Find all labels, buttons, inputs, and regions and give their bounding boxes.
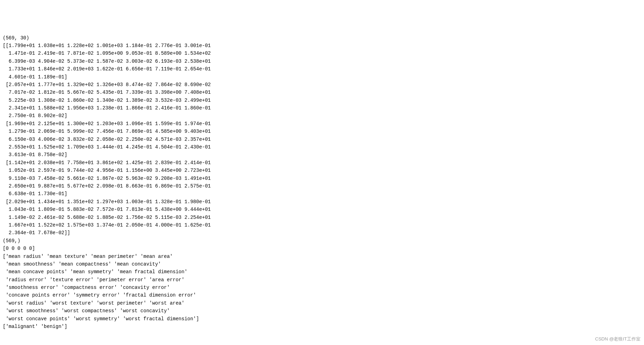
output-line: 2.750e-01 8.902e-02] [3,112,641,120]
output-line: (569, 30) [3,34,641,42]
output-line: 'worst radius' 'worst texture' 'worst pe… [3,299,641,307]
code-output: (569, 30)[[1.799e+01 1.038e+01 1.228e+02… [3,34,641,331]
output-line: 'mean concave points' 'mean symmetry' 'm… [3,268,641,276]
output-line: 1.149e-02 2.461e-02 5.688e-02 1.885e-02 … [3,214,641,221]
output-line: 'worst concave points' 'worst symmetry' … [3,315,641,323]
output-line: 7.017e-02 1.812e-01 5.667e-02 5.435e-01 … [3,89,641,96]
output-line: ['mean radius' 'mean texture' 'mean peri… [3,253,641,260]
output-line: 'worst smoothness' 'worst compactness' '… [3,307,641,315]
output-line: 6.150e-03 4.006e-02 3.832e-02 2.058e-02 … [3,136,641,143]
output-line: 'mean smoothness' 'mean compactness' 'me… [3,260,641,268]
output-line: 'smoothness error' 'compactness error' '… [3,284,641,291]
output-line: 'concave points error' 'symmetry error' … [3,291,641,299]
output-line: [1.142e+01 2.038e+01 7.758e+01 3.861e+02… [3,159,641,167]
output-line: 2.553e+01 1.525e+02 1.709e+03 1.444e-01 … [3,143,641,151]
output-line: ['malignant' 'benign'] [3,323,641,330]
output-line: 1.052e-01 2.597e-01 9.744e-02 4.956e-01 … [3,167,641,174]
output-line: [1.969e+01 2.125e+01 1.300e+02 1.203e+03… [3,120,641,128]
output-line: 6.399e-03 4.904e-02 5.373e-02 1.587e-02 … [3,58,641,65]
output-line: 'radius error' 'texture error' 'perimete… [3,276,641,284]
output-line: 9.110e-03 7.458e-02 5.661e-02 1.867e-02 … [3,175,641,182]
output-line: 2.364e-01 7.678e-02]] [3,229,641,237]
output-line: 1.733e+01 1.846e+02 2.019e+03 1.622e-01 … [3,65,641,73]
output-line: [2.057e+01 1.777e+01 1.329e+02 1.326e+03… [3,81,641,89]
output-line: 4.601e-01 1.189e-01] [3,73,641,81]
output-line: 2.650e+01 9.887e+01 5.677e+02 2.098e-01 … [3,182,641,190]
output-line: 1.471e-01 2.419e-01 7.871e-02 1.095e+00 … [3,49,641,57]
output-line: 2.341e+01 1.588e+02 1.956e+03 1.238e-01 … [3,104,641,112]
output-line: 1.279e-01 2.069e-01 5.999e-02 7.456e-01 … [3,128,641,135]
watermark-text: CSDN @老狼IT工作室 [595,336,641,343]
output-line: 1.667e+01 1.522e+02 1.575e+03 1.374e-01 … [3,221,641,229]
output-line: 6.638e-01 1.730e-01] [3,190,641,198]
output-line: 3.613e-01 8.758e-02] [3,151,641,159]
output-line: [2.029e+01 1.434e+01 1.351e+02 1.297e+03… [3,198,641,206]
output-line: [[1.799e+01 1.038e+01 1.228e+02 1.001e+0… [3,42,641,49]
output-line: 1.043e-01 1.809e-01 5.883e-02 7.572e-01 … [3,206,641,213]
output-line: 5.225e-03 1.308e-02 1.860e-02 1.340e-02 … [3,97,641,104]
output-line: (569,) [3,237,641,245]
output-line: [0 0 0 0 0] [3,245,641,252]
